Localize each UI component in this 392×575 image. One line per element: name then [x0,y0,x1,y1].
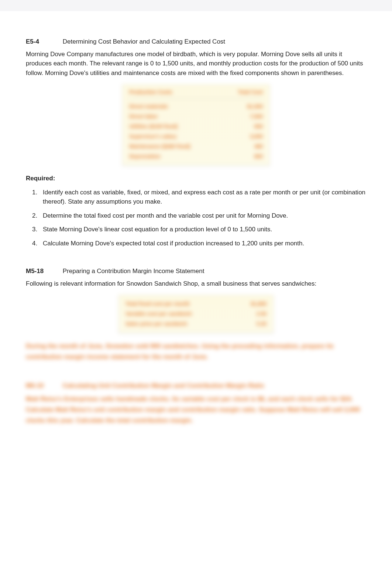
row-value: $1,800 [251,300,267,308]
required-item: State Morning Dove's linear cost equatio… [39,225,366,234]
problem-header: E5-4 Determining Cost Behavior and Calcu… [26,37,366,47]
problem-title: Calculating Unit Contribution Margin and… [63,382,264,389]
problem-id: E5-4 [26,37,61,47]
cost-table-container: Production Costs Total Cost Direct mater… [26,84,366,166]
cost-table: Production Costs Total Cost Direct mater… [122,84,270,166]
sandwich-table: Total fixed cost per month $1,800 Variab… [118,295,274,333]
document-page: E5-4 Determining Cost Behavior and Calcu… [0,11,392,575]
blurred-overlay: Total fixed cost per month $1,800 Variab… [118,295,274,333]
problem-title: Preparing a Contribution Margin Income S… [63,268,204,275]
problem-m5-18: M5-18 Preparing a Contribution Margin In… [26,266,366,363]
problem-title: Determining Cost Behavior and Calculatin… [63,38,225,45]
table-row: Variable cost per sandwich 2.50 [125,309,267,319]
row-label: Total fixed cost per month [125,300,190,308]
problem-id: M5-18 [26,266,61,276]
table-row: Maintenance ($280 fixed) 480 [129,142,263,152]
row-value: 3,000 [250,133,263,140]
problem-header-blurred: M6-10 Calculating Unit Contribution Marg… [26,381,366,391]
required-item: Identify each cost as variable, fixed, o… [39,188,366,207]
header-right: Total Cost [238,88,263,96]
row-label: Depreciation [129,153,161,160]
blurred-overlay: Production Costs Total Cost Direct mater… [122,84,270,166]
row-label: Utilities ($100 fixed) [129,123,178,130]
row-label: Variable cost per sandwich [125,310,192,318]
table-row: Total fixed cost per month $1,800 [125,299,267,309]
blurred-description: Matt Reiss's Enterprises sells handmade … [26,394,366,426]
problem-m6-10: M6-10 Calculating Unit Contribution Marg… [26,381,366,426]
row-value: 2.50 [257,310,267,318]
row-value: 7,500 [250,113,263,120]
row-value: 650 [254,123,263,130]
row-label: Maintenance ($280 fixed) [129,143,190,150]
table-row: Depreciation 800 [129,152,263,161]
row-label: Supervisor's salary [129,133,177,140]
row-label: Direct materials [129,103,168,110]
problem-id: M6-10 [26,381,61,391]
row-value: $1,500 [247,103,263,110]
required-item: Calculate Morning Dove's expected total … [39,239,366,248]
required-label: Required: [26,174,366,183]
table-row: Utilities ($100 fixed) 650 [129,122,263,132]
required-list: Identify each cost as variable, fixed, o… [26,188,366,248]
row-label: Direct labor [129,113,158,120]
table-header: Production Costs Total Cost [129,88,263,99]
sandwich-table-container: Total fixed cost per month $1,800 Variab… [26,295,366,333]
problem-description: Following is relevant information for Sn… [26,279,366,289]
problem-description: Morning Dove Company manufactures one mo… [26,50,366,78]
table-row: Direct labor 7,500 [129,112,263,122]
row-label: Sales price per sandwich [125,320,187,328]
required-item: Determine the total fixed cost per month… [39,211,366,221]
row-value: 5.25 [257,320,267,328]
header-left: Production Costs [129,88,172,96]
table-row: Direct materials $1,500 [129,102,263,112]
problem-header: M5-18 Preparing a Contribution Margin In… [26,266,366,276]
row-value: 480 [254,143,263,150]
row-value: 800 [254,153,263,160]
blurred-followup-text: During the month of June, Snowdon sold 9… [26,341,366,363]
problem-e5-4: E5-4 Determining Cost Behavior and Calcu… [26,37,366,248]
table-row: Sales price per sandwich 5.25 [125,319,267,329]
table-row: Supervisor's salary 3,000 [129,132,263,142]
